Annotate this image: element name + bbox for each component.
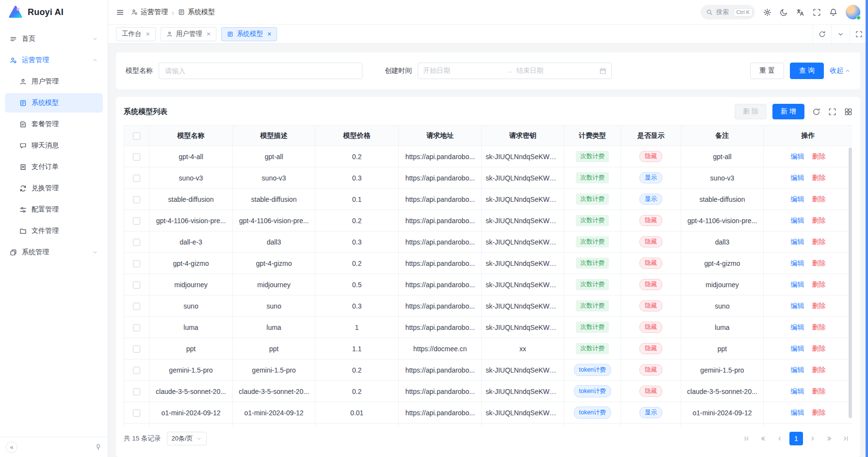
notifications-bell-icon[interactable]: [829, 8, 837, 16]
tab-3[interactable]: 系统模型×: [221, 27, 277, 41]
delete-link[interactable]: 删除: [812, 408, 826, 416]
pin-icon[interactable]: [95, 443, 102, 451]
breadcrumb-item-system-model[interactable]: 系统模型: [178, 8, 215, 16]
tab-close-icon[interactable]: ×: [146, 31, 150, 37]
sidebar-item-1-7[interactable]: 文件管理: [5, 221, 103, 241]
refresh-page-icon[interactable]: [813, 25, 831, 43]
table-fullscreen-icon[interactable]: [828, 108, 836, 116]
fullscreen-icon[interactable]: [813, 8, 821, 16]
tab-close-icon[interactable]: ×: [267, 31, 271, 37]
row-checkbox[interactable]: [133, 388, 140, 395]
row-checkbox[interactable]: [133, 260, 140, 267]
row-checkbox[interactable]: [133, 175, 140, 182]
sidebar-group-1[interactable]: 运营管理: [5, 50, 103, 70]
edit-link[interactable]: 编辑: [791, 152, 804, 160]
row-checkbox[interactable]: [133, 239, 140, 246]
table-scrollbar-thumb[interactable]: [849, 147, 852, 418]
model-desc-cell: stable-diffusion: [251, 196, 297, 203]
home-icon: [10, 35, 17, 43]
page-jump-forward-button[interactable]: [822, 432, 836, 445]
breadcrumb-item-operations[interactable]: 运营管理: [131, 8, 168, 16]
header-checkbox[interactable]: [133, 132, 140, 140]
delete-link[interactable]: 删除: [812, 366, 826, 374]
table-refresh-icon[interactable]: [812, 108, 820, 116]
query-button[interactable]: 查 询: [790, 63, 824, 79]
page-1-button[interactable]: 1: [789, 432, 803, 445]
dark-mode-moon-icon[interactable]: [780, 8, 788, 16]
model-name-input[interactable]: [159, 63, 362, 79]
edit-link[interactable]: 编辑: [791, 323, 804, 331]
delete-link[interactable]: 删除: [812, 323, 826, 331]
row-checkbox[interactable]: [133, 409, 140, 417]
delete-link[interactable]: 删除: [812, 174, 826, 181]
page-jump-back-button[interactable]: [756, 432, 770, 445]
delete-link[interactable]: 删除: [812, 344, 826, 352]
sidebar-item-1-2[interactable]: 套餐管理: [5, 114, 103, 134]
model-name-cell: ppt: [186, 345, 196, 353]
page-last-button[interactable]: [839, 432, 852, 445]
reset-button[interactable]: 重 置: [750, 63, 784, 79]
delete-link[interactable]: 删除: [812, 216, 826, 224]
remark-cell: luma: [715, 324, 729, 331]
sidebar-item-1-6[interactable]: 配置管理: [5, 200, 103, 219]
delete-link[interactable]: 删除: [812, 238, 826, 245]
page-first-button[interactable]: [740, 432, 753, 445]
edit-link[interactable]: 编辑: [791, 238, 804, 245]
edit-link[interactable]: 编辑: [791, 408, 804, 416]
menu-toggle-icon[interactable]: [116, 8, 124, 16]
sidebar-item-1-4[interactable]: 支付订单: [5, 157, 103, 177]
tab-1[interactable]: 工作台×: [116, 27, 156, 41]
row-checkbox[interactable]: [133, 217, 140, 225]
add-button[interactable]: 新 增: [772, 104, 804, 119]
edit-link[interactable]: 编辑: [791, 344, 804, 352]
delete-link[interactable]: 删除: [812, 195, 826, 203]
sidebar-group-0[interactable]: 首页: [5, 29, 103, 49]
edit-link[interactable]: 编辑: [791, 387, 804, 395]
page-prev-button[interactable]: [773, 432, 786, 445]
request-key-cell: sk-JIUQLNndqSeKWU...: [486, 409, 560, 417]
translate-icon[interactable]: [796, 8, 804, 16]
tab-close-icon[interactable]: ×: [207, 31, 211, 37]
delete-link[interactable]: 删除: [812, 280, 826, 288]
edit-link[interactable]: 编辑: [791, 216, 804, 224]
row-checkbox[interactable]: [133, 303, 140, 310]
date-range-input[interactable]: 开始日期 → 结束日期: [418, 63, 612, 79]
sidebar-collapse-button[interactable]: «: [6, 441, 17, 453]
edit-link[interactable]: 编辑: [791, 195, 804, 203]
row-checkbox[interactable]: [133, 153, 140, 161]
row-checkbox[interactable]: [133, 367, 140, 374]
delete-link[interactable]: 删除: [812, 387, 826, 395]
sidebar-item-1-0[interactable]: 用户管理: [5, 72, 103, 91]
edit-link[interactable]: 编辑: [791, 259, 804, 267]
page-size-select[interactable]: 20条/页: [167, 432, 207, 445]
collapse-filter-link[interactable]: 收起: [830, 66, 851, 75]
row-checkbox[interactable]: [133, 345, 140, 353]
delete-link[interactable]: 删除: [812, 259, 826, 267]
operations-icon: [131, 9, 138, 16]
model-desc-cell: suno: [266, 302, 281, 310]
sidebar-group-label: 首页: [22, 34, 35, 43]
display-status-badge: 显示: [639, 194, 662, 205]
edit-link[interactable]: 编辑: [791, 302, 804, 310]
column-settings-icon[interactable]: [844, 108, 852, 116]
sidebar-item-1-1[interactable]: 系统模型: [5, 93, 103, 113]
sidebar-item-1-3[interactable]: 聊天消息: [5, 136, 103, 155]
delete-link[interactable]: 删除: [812, 152, 826, 160]
sidebar-item-1-5[interactable]: 兑换管理: [5, 179, 103, 198]
row-checkbox[interactable]: [133, 324, 140, 331]
edit-link[interactable]: 编辑: [791, 280, 804, 288]
page-next-button[interactable]: [806, 432, 819, 445]
window-scrollbar[interactable]: [866, 0, 868, 457]
user-avatar[interactable]: [846, 5, 860, 19]
row-checkbox[interactable]: [133, 196, 140, 203]
tab-2[interactable]: 用户管理×: [161, 27, 216, 41]
edit-link[interactable]: 编辑: [791, 174, 804, 181]
tab-menu-chevron-icon[interactable]: [831, 25, 850, 43]
edit-link[interactable]: 编辑: [791, 366, 804, 374]
bulk-delete-button[interactable]: 删 除: [735, 104, 767, 119]
delete-link[interactable]: 删除: [812, 302, 826, 310]
sidebar-group-2[interactable]: 系统管理: [5, 243, 103, 262]
settings-gear-icon[interactable]: [763, 8, 771, 16]
global-search[interactable]: 搜索 Ctrl K: [701, 5, 755, 19]
row-checkbox[interactable]: [133, 281, 140, 289]
